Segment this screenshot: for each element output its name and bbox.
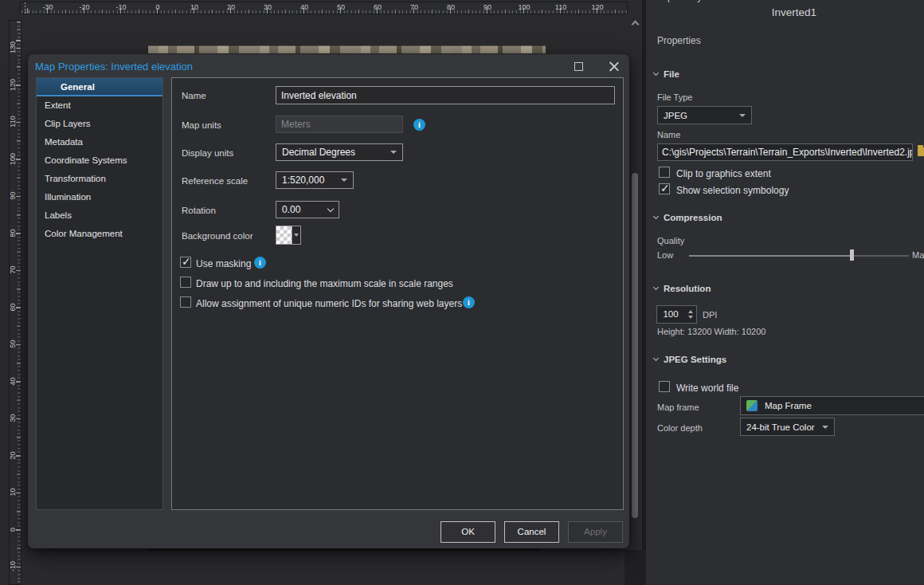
horizontal-ruler: -30-20-100102030405060708090100110120	[20, 2, 628, 14]
ruler-label: 10	[10, 486, 17, 499]
dropdown-arrow-icon	[341, 179, 347, 182]
ruler-label: 100	[518, 4, 530, 11]
section-resolution[interactable]: Resolution	[654, 284, 711, 293]
ruler-label: 80	[10, 226, 17, 239]
vertical-scrollbar-thumb[interactable]	[632, 173, 638, 518]
ruler-label: 90	[10, 190, 17, 202]
sidebar-item-labels[interactable]: Labels	[37, 206, 162, 225]
section-compression[interactable]: Compression	[654, 213, 722, 222]
file-type-label: File Type	[657, 92, 692, 102]
sidebar-item-metadata[interactable]: Metadata	[37, 133, 162, 151]
use-masking-checkbox[interactable]	[180, 257, 191, 268]
allow-ids-checkbox[interactable]	[180, 296, 191, 308]
quality-slider-track-right[interactable]	[852, 255, 909, 257]
sidebar-item-illumination[interactable]: Illumination	[37, 188, 162, 206]
file-path-input[interactable]: C:\gis\Projects\Terrain\Terrain_Exports\…	[657, 143, 913, 161]
chevron-down-icon	[653, 285, 659, 290]
cancel-button[interactable]: Cancel	[504, 521, 559, 543]
info-icon[interactable]: i	[254, 257, 266, 269]
spinner-arrows[interactable]	[684, 306, 696, 323]
ruler-label: 120	[10, 78, 17, 91]
chevron-down-icon	[653, 214, 659, 219]
file-name-label: Name	[657, 130, 680, 139]
dropdown-arrow-icon	[739, 114, 746, 117]
background-color-picker[interactable]	[276, 226, 301, 245]
ruler-label: 80	[447, 4, 455, 11]
sidebar-item-general[interactable]: General	[37, 78, 162, 96]
ruler-label: 30	[264, 4, 272, 11]
selection-symbology-label: Show selection symbology	[676, 185, 789, 196]
color-depth-dropdown[interactable]: 24-bit True Color	[740, 418, 835, 436]
dimensions-text: Height: 13200 Width: 10200	[657, 327, 765, 336]
scrollbar-corner	[624, 550, 646, 585]
restore-icon[interactable]	[574, 62, 583, 71]
write-world-file-label: Write world file	[676, 383, 738, 394]
ruler-label: -30	[42, 4, 53, 11]
ruler-label: -10	[10, 560, 17, 573]
quality-slider-track[interactable]	[689, 255, 851, 257]
sidebar-item-coordinate-systems[interactable]: Coordinate Systems	[37, 151, 162, 170]
ruler-label: 0	[155, 4, 159, 11]
map-units-label: Map units	[182, 120, 221, 130]
file-type-dropdown[interactable]: JPEG	[657, 106, 752, 124]
draw-up-checkbox[interactable]	[180, 277, 191, 288]
ruler-label: 120	[591, 4, 603, 11]
slider-low-label: Low	[657, 250, 673, 260]
ruler-label: 110	[10, 116, 17, 128]
name-label: Name	[182, 91, 206, 100]
display-units-dropdown[interactable]: Decimal Degrees	[276, 143, 403, 161]
info-icon[interactable]: i	[413, 119, 425, 131]
info-icon[interactable]: i	[463, 296, 475, 308]
apply-button[interactable]: Apply	[568, 521, 623, 543]
ok-button[interactable]: OK	[440, 521, 495, 543]
ruler-label: 50	[10, 338, 17, 351]
section-jpeg-settings[interactable]: JPEG Settings	[654, 355, 726, 364]
clip-graphics-checkbox[interactable]	[659, 167, 670, 178]
layout-page-map-strip	[148, 45, 546, 53]
close-icon[interactable]	[609, 61, 619, 72]
slider-max-label: Max	[912, 250, 924, 260]
export-item-title: Inverted1	[646, 6, 924, 18]
export-pane: Export Layout Inverted1 Properties File …	[646, 0, 924, 585]
ruler-label: 40	[300, 4, 308, 11]
write-world-file-checkbox[interactable]	[659, 381, 670, 392]
map-units-input: Meters	[276, 116, 403, 133]
section-file[interactable]: File	[654, 69, 679, 79]
map-frame-label: Map frame	[657, 402, 699, 412]
reference-scale-label: Reference scale	[182, 176, 248, 186]
map-frame-icon	[746, 400, 758, 411]
dpi-spinner[interactable]: 100	[656, 305, 697, 324]
dialog-content-panel: Name Map units Meters i Display units De…	[171, 77, 624, 510]
ruler-label: 130	[10, 41, 17, 54]
scrollbar-up-arrow[interactable]	[632, 21, 640, 29]
color-swatch	[276, 226, 292, 244]
selection-symbology-checkbox[interactable]	[659, 183, 670, 194]
dropdown-arrow-icon	[390, 151, 397, 154]
properties-heading: Properties	[657, 35, 701, 46]
dpi-label: DPI	[703, 310, 717, 320]
ruler-label: -10	[116, 4, 126, 11]
map-frame-dropdown[interactable]: Map Frame	[740, 396, 924, 415]
ruler-label: 100	[10, 152, 17, 165]
ruler-label: 60	[10, 300, 17, 313]
name-input[interactable]	[276, 86, 615, 104]
ruler-label: 70	[10, 264, 17, 277]
sidebar-item-color-management[interactable]: Color Management	[37, 225, 162, 243]
background-color-label: Background color	[182, 231, 253, 241]
sidebar-item-clip-layers[interactable]: Clip Layers	[37, 115, 162, 133]
ruler-label: 90	[484, 4, 491, 11]
ruler-label: 40	[10, 375, 17, 387]
folder-icon[interactable]	[918, 147, 924, 156]
ruler-label: 30	[10, 412, 17, 425]
quality-slider-thumb[interactable]	[850, 249, 854, 261]
layout-page-bottom-edge	[148, 549, 540, 551]
chevron-down-icon	[653, 70, 659, 76]
rotation-combo[interactable]: 0.00	[276, 201, 339, 218]
ruler-label: 70	[410, 4, 418, 11]
sidebar-item-transformation[interactable]: Transformation	[37, 170, 162, 188]
reference-scale-dropdown[interactable]: 1:520,000	[276, 171, 354, 189]
chevron-down-icon	[653, 355, 659, 361]
sidebar-item-extent[interactable]: Extent	[37, 96, 162, 115]
dialog-sidebar: General Extent Clip Layers Metadata Coor…	[36, 77, 163, 510]
quality-label: Quality	[657, 236, 684, 245]
